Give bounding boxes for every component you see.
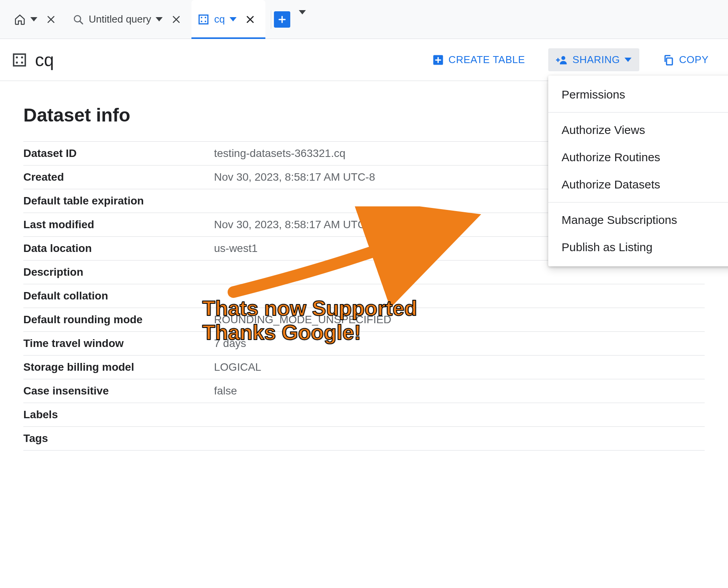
menu-permissions[interactable]: Permissions — [548, 81, 728, 108]
tab-bar: Untitled query cq — [0, 0, 728, 39]
chevron-down-icon[interactable] — [156, 17, 163, 21]
svg-point-7 — [16, 56, 18, 58]
info-label: Labels — [23, 408, 214, 421]
info-value: ROUNDING_MODE_UNSPECIFIED — [214, 313, 391, 326]
svg-point-9 — [21, 56, 23, 58]
info-value: us-west1 — [214, 242, 258, 255]
info-label: Dataset ID — [23, 147, 214, 160]
info-label: Created — [23, 171, 214, 183]
divider — [548, 202, 728, 202]
info-row: Tags — [23, 427, 705, 451]
info-row: Time travel window7 days — [23, 332, 705, 356]
info-value: 7 days — [214, 337, 246, 350]
create-table-button[interactable]: CREATE TABLE — [425, 48, 533, 71]
menu-publish-as-listing[interactable]: Publish as Listing — [548, 234, 728, 261]
svg-rect-6 — [14, 54, 25, 66]
home-icon — [14, 14, 26, 25]
close-icon[interactable] — [244, 14, 256, 25]
create-table-label: CREATE TABLE — [449, 54, 525, 66]
chevron-down-icon[interactable] — [230, 17, 237, 21]
tab-query[interactable]: Untitled query — [66, 0, 191, 39]
close-icon[interactable] — [45, 14, 57, 25]
info-value: testing-datasets-363321.cq — [214, 147, 346, 160]
info-label: Storage billing model — [23, 361, 214, 373]
close-icon[interactable] — [170, 14, 182, 25]
info-label: Default rounding mode — [23, 313, 214, 326]
menu-authorize-datasets[interactable]: Authorize Datasets — [548, 171, 728, 198]
menu-manage-subscriptions[interactable]: Manage Subscriptions — [548, 206, 728, 234]
info-label: Description — [23, 266, 214, 278]
svg-point-5 — [205, 21, 206, 22]
info-label: Default collation — [23, 290, 214, 302]
new-tab-button[interactable] — [274, 11, 290, 28]
info-value: Nov 30, 2023, 8:58:17 AM UTC-8 — [214, 171, 375, 183]
info-row: Default collation — [23, 284, 705, 308]
chevron-down-icon[interactable] — [30, 17, 37, 21]
query-icon — [72, 14, 84, 25]
info-label: Tags — [23, 432, 214, 445]
divider — [548, 112, 728, 113]
info-row: Case insensitivefalse — [23, 379, 705, 403]
dataset-icon — [12, 52, 27, 68]
svg-point-3 — [201, 21, 202, 22]
info-value: LOGICAL — [214, 361, 261, 373]
svg-point-12 — [561, 56, 565, 60]
info-label: Data location — [23, 242, 214, 255]
menu-authorize-routines[interactable]: Authorize Routines — [548, 144, 728, 171]
tab-dataset-label: cq — [214, 13, 225, 25]
dataset-header: cq CREATE TABLE SHARING Permissions Auth… — [0, 39, 728, 81]
info-label: Last modified — [23, 218, 214, 231]
new-tab-dropdown[interactable] — [299, 14, 306, 25]
svg-rect-1 — [199, 15, 208, 24]
info-label: Default table expiration — [23, 195, 214, 207]
chevron-down-icon — [625, 58, 632, 62]
plus-box-icon — [432, 54, 444, 66]
tab-home[interactable] — [8, 0, 66, 39]
svg-point-10 — [21, 62, 23, 63]
info-label: Case insensitive — [23, 385, 214, 397]
sharing-label: SHARING — [572, 54, 620, 66]
sharing-dropdown: Permissions Authorize Views Authorize Ro… — [548, 76, 728, 266]
tab-divider — [271, 10, 271, 29]
svg-point-4 — [205, 17, 206, 18]
info-row: Labels — [23, 403, 705, 427]
menu-authorize-views[interactable]: Authorize Views — [548, 116, 728, 144]
info-row: Storage billing modelLOGICAL — [23, 356, 705, 379]
svg-rect-13 — [667, 58, 672, 65]
person-add-icon — [556, 54, 568, 66]
info-value: false — [214, 385, 237, 397]
sharing-button[interactable]: SHARING Permissions Authorize Views Auth… — [548, 48, 639, 71]
dataset-icon — [198, 14, 209, 25]
info-value: Nov 30, 2023, 8:58:17 AM UTC-8 — [214, 218, 375, 231]
copy-icon — [663, 54, 674, 66]
tab-query-label: Untitled query — [89, 13, 151, 25]
copy-button[interactable]: COPY — [655, 48, 716, 71]
copy-label: COPY — [679, 54, 709, 66]
tab-dataset[interactable]: cq — [191, 0, 265, 39]
svg-point-8 — [16, 62, 18, 63]
page-title: cq — [35, 49, 54, 70]
info-label: Time travel window — [23, 337, 214, 350]
info-row: Default rounding modeROUNDING_MODE_UNSPE… — [23, 308, 705, 332]
svg-point-2 — [201, 17, 202, 18]
